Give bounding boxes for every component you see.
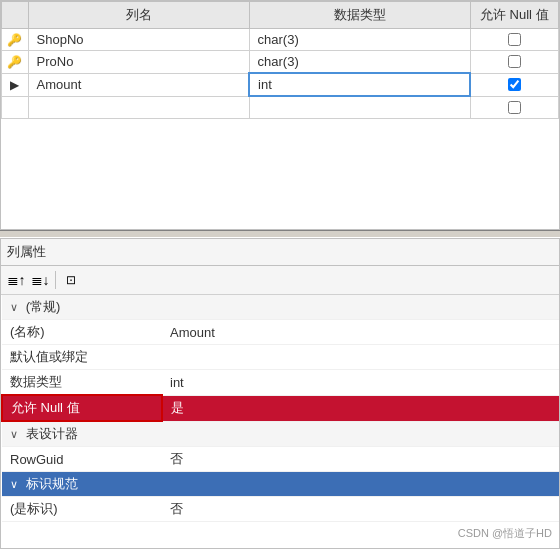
checkbox-amount[interactable]	[508, 78, 521, 91]
cell-type-amount[interactable]: int	[249, 73, 470, 96]
row-indicator-empty	[2, 96, 29, 118]
prop-value-default[interactable]	[162, 345, 559, 370]
section-toggle-identity[interactable]: ∨	[10, 478, 18, 490]
key-icon: 🔑	[7, 55, 22, 69]
section-label-designer: 表设计器	[26, 426, 78, 441]
prop-row-isidentity[interactable]: (是标识) 否	[2, 497, 559, 522]
header-col-name: 列名	[28, 2, 249, 29]
cell-type-empty[interactable]	[249, 96, 470, 118]
checkbox-prono[interactable]	[508, 55, 521, 68]
section-header-changgui[interactable]: ∨ (常规)	[2, 295, 559, 320]
prop-row-default[interactable]: 默认值或绑定	[2, 345, 559, 370]
cell-name-empty[interactable]	[28, 96, 249, 118]
cell-name-prono[interactable]: ProNo	[28, 51, 249, 74]
section-label-changgui: (常规)	[26, 299, 61, 314]
section-header-identity[interactable]: ∨ 标识规范	[2, 472, 559, 497]
properties-toolbar: ≣↑ ≣↓ ⊡	[1, 266, 559, 295]
prop-value-datatype[interactable]: int	[162, 370, 559, 396]
panel-separator	[0, 230, 560, 238]
prop-label-isidentity: (是标识)	[2, 497, 162, 522]
section-header-designer[interactable]: ∨ 表设计器	[2, 421, 559, 447]
table-row[interactable]: 🔑 ProNo char(3)	[2, 51, 559, 74]
table-editor-panel: 列名 数据类型 允许 Null 值 🔑 ShopNo char(3)	[0, 0, 560, 230]
sort-desc-icon: ≣↓	[31, 272, 50, 288]
checkbox-empty[interactable]	[508, 101, 521, 114]
properties-table: ∨ (常规) (名称) Amount 默认值或绑定 数据类型 int 允许 Nu…	[1, 295, 559, 522]
sort-asc-icon: ≣↑	[7, 272, 26, 288]
checkbox-shopno[interactable]	[508, 33, 521, 46]
cell-null-shopno[interactable]	[470, 29, 558, 51]
section-label-identity: 标识规范	[26, 476, 78, 491]
row-indicator-shopno: 🔑	[2, 29, 29, 51]
prop-label-name: (名称)	[2, 320, 162, 345]
cell-null-empty[interactable]	[470, 96, 558, 118]
toolbar-sort-asc-button[interactable]: ≣↑	[5, 269, 27, 291]
prop-value-isidentity[interactable]: 否	[162, 497, 559, 522]
row-indicator-prono: 🔑	[2, 51, 29, 74]
prop-label-allownull: 允许 Null 值	[2, 395, 162, 421]
section-toggle-changgui[interactable]: ∨	[10, 301, 18, 313]
prop-value-allownull[interactable]: 是	[162, 395, 559, 421]
prop-label-datatype: 数据类型	[2, 370, 162, 396]
cell-null-amount[interactable]	[470, 73, 558, 96]
prop-row-allownull[interactable]: 允许 Null 值 是	[2, 395, 559, 421]
panel-title: 列属性	[1, 239, 559, 266]
toolbar-separator	[55, 271, 56, 289]
view-icon: ⊡	[66, 273, 76, 287]
cell-type-shopno[interactable]: char(3)	[249, 29, 470, 51]
table-header-row: 列名 数据类型 允许 Null 值	[2, 2, 559, 29]
prop-value-rowguid[interactable]: 否	[162, 447, 559, 472]
cell-null-prono[interactable]	[470, 51, 558, 74]
prop-row-name[interactable]: (名称) Amount	[2, 320, 559, 345]
header-col-null: 允许 Null 值	[470, 2, 558, 29]
header-indicator	[2, 2, 29, 29]
table-row-active[interactable]: ▶ Amount int	[2, 73, 559, 96]
toolbar-view-button[interactable]: ⊡	[60, 269, 82, 291]
cell-type-prono[interactable]: char(3)	[249, 51, 470, 74]
properties-panel: 列属性 ≣↑ ≣↓ ⊡ ∨ (常规) (名称) Amount	[0, 238, 560, 549]
prop-label-default: 默认值或绑定	[2, 345, 162, 370]
table-row[interactable]: 🔑 ShopNo char(3)	[2, 29, 559, 51]
cell-name-amount[interactable]: Amount	[28, 73, 249, 96]
prop-value-name[interactable]: Amount	[162, 320, 559, 345]
key-icon: 🔑	[7, 33, 22, 47]
section-toggle-designer[interactable]: ∨	[10, 428, 18, 440]
header-col-type: 数据类型	[249, 2, 470, 29]
toolbar-sort-desc-button[interactable]: ≣↓	[29, 269, 51, 291]
arrow-icon: ▶	[10, 78, 19, 92]
prop-row-rowguid[interactable]: RowGuid 否	[2, 447, 559, 472]
prop-label-rowguid: RowGuid	[2, 447, 162, 472]
table-row-empty[interactable]	[2, 96, 559, 118]
prop-row-datatype[interactable]: 数据类型 int	[2, 370, 559, 396]
cell-name-shopno[interactable]: ShopNo	[28, 29, 249, 51]
watermark-text: CSDN @悟道子HD	[458, 526, 552, 541]
column-definition-table: 列名 数据类型 允许 Null 值 🔑 ShopNo char(3)	[1, 1, 559, 119]
row-indicator-amount: ▶	[2, 73, 29, 96]
